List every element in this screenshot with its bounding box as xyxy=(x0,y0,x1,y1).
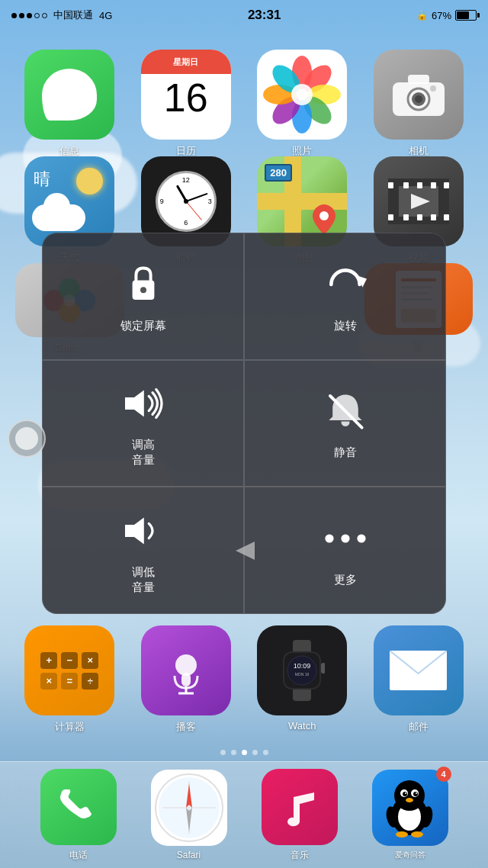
svg-rect-30 xyxy=(403,214,409,220)
app-label-watch: Watch xyxy=(288,720,316,731)
control-cell-lock[interactable]: 锁定屏幕 xyxy=(42,233,244,360)
app-icon-photos xyxy=(257,50,347,140)
clock-num-6: 6 xyxy=(184,219,188,227)
dock-phone[interactable]: 电话 xyxy=(40,769,117,862)
svg-point-84 xyxy=(413,792,418,796)
svg-rect-31 xyxy=(417,214,422,220)
control-cell-volume-down[interactable]: 调低音量 xyxy=(42,487,244,614)
signal-dot-2 xyxy=(19,13,24,18)
svg-point-80 xyxy=(394,780,425,811)
calendar-date: 16 xyxy=(164,78,208,117)
svg-text:10:09: 10:09 xyxy=(294,662,311,670)
app-watch[interactable]: 10:09 MON 16 Watch xyxy=(248,625,357,734)
svg-rect-33 xyxy=(444,214,449,220)
dock-label-safari: Safari xyxy=(177,850,201,860)
calc-btn-minus: − xyxy=(61,652,78,669)
dock-qq[interactable]: 4 爱奇问答 xyxy=(372,770,448,860)
dock-icon-safari xyxy=(151,770,227,846)
svg-point-0 xyxy=(53,79,86,108)
time-display: 23:31 xyxy=(248,8,281,23)
svg-marker-66 xyxy=(236,542,255,560)
control-label-lock: 锁定屏幕 xyxy=(120,318,166,333)
page-dot-4 xyxy=(252,750,258,755)
mail-inner xyxy=(374,625,464,715)
dock-safari[interactable]: Safari xyxy=(151,770,227,860)
svg-rect-28 xyxy=(444,182,449,188)
status-bar: 中国联通 4G 23:31 🔒 67% xyxy=(0,0,488,31)
svg-point-16 xyxy=(415,95,422,103)
svg-point-11 xyxy=(291,84,313,105)
calc-btn-mult: × xyxy=(82,652,98,669)
lock-icon: 🔒 xyxy=(416,10,428,21)
app-icon-watch: 10:09 MON 16 xyxy=(257,625,347,715)
lock-svg xyxy=(122,263,165,306)
dock-label-phone: 电话 xyxy=(69,849,88,862)
svg-point-69 xyxy=(341,534,349,542)
dock: 电话 Safari 音乐 xyxy=(0,761,488,868)
app-mail[interactable]: 邮件 xyxy=(364,625,474,734)
signal-dot-4 xyxy=(34,13,40,18)
app-camera[interactable]: 相机 xyxy=(364,50,474,158)
battery-percent: 67% xyxy=(432,10,451,21)
videos-svg xyxy=(388,178,449,224)
svg-rect-26 xyxy=(417,182,422,188)
carrier-label: 中国联通 xyxy=(53,8,93,22)
app-calendar[interactable]: 星期日 16 日历 xyxy=(132,50,241,158)
app-grid-row1: 信息 星期日 16 日历 xyxy=(0,42,488,166)
clock-center xyxy=(184,199,188,204)
calc-row-1: + − × xyxy=(40,652,98,669)
control-overlay: 锁定屏幕 旋转 调高音量 xyxy=(42,233,446,614)
assistive-touch-button[interactable] xyxy=(8,420,46,458)
app-icon-calc: + − × × = ÷ xyxy=(24,625,114,715)
mute-icon xyxy=(321,387,370,436)
svg-point-68 xyxy=(325,534,333,542)
svg-point-54 xyxy=(287,655,317,686)
app-messages[interactable]: 信息 xyxy=(15,50,124,158)
podcast-inner xyxy=(141,625,231,715)
signal-dots xyxy=(11,13,47,18)
page-dot-1 xyxy=(220,750,226,755)
control-cell-more[interactable]: 更多 xyxy=(244,487,446,614)
clock-num-12: 12 xyxy=(182,176,190,184)
mail-envelope xyxy=(390,651,447,690)
control-label-mute: 静音 xyxy=(334,445,357,460)
clock-num-9: 9 xyxy=(160,198,164,205)
clock-hand-second xyxy=(185,201,201,220)
svg-rect-58 xyxy=(321,663,325,674)
podcast-svg xyxy=(159,644,213,697)
control-cell-rotate[interactable]: 旋转 xyxy=(244,233,446,360)
camera-svg xyxy=(391,72,446,117)
app-label-podcast: 播客 xyxy=(176,720,196,734)
mute-svg xyxy=(324,390,367,432)
app-podcast[interactable]: 播客 xyxy=(132,625,241,734)
rotate-icon xyxy=(321,260,370,309)
svg-point-46 xyxy=(175,654,197,676)
back-arrow-svg xyxy=(228,535,258,566)
svg-rect-29 xyxy=(388,214,393,220)
control-cell-volume-up[interactable]: 调高音量 xyxy=(42,360,244,487)
app-grid-bottom: + − × × = ÷ 计算器 xyxy=(0,618,488,741)
safari-svg xyxy=(151,770,227,846)
app-calc[interactable]: + − × × = ÷ 计算器 xyxy=(15,625,124,734)
svg-marker-63 xyxy=(125,391,144,417)
dock-icon-music xyxy=(262,769,338,845)
calendar-inner: 星期日 16 xyxy=(141,50,231,140)
phone-svg xyxy=(57,786,99,828)
clock-num-3: 3 xyxy=(208,198,212,205)
volume-down-svg xyxy=(122,510,165,552)
svg-point-83 xyxy=(403,792,407,796)
status-left: 中国联通 4G xyxy=(11,8,112,22)
control-cell-mute[interactable]: 静音 xyxy=(244,360,446,487)
signal-dot-5 xyxy=(42,13,47,18)
calc-btn-plus: + xyxy=(40,652,57,669)
app-icon-podcast xyxy=(141,625,231,715)
app-label-mail: 邮件 xyxy=(409,720,429,734)
battery-icon xyxy=(455,10,477,21)
app-photos[interactable]: 照片 xyxy=(248,50,357,158)
dock-music[interactable]: 音乐 xyxy=(262,769,338,862)
rotate-svg xyxy=(324,263,367,306)
qq-svg xyxy=(381,777,438,838)
calendar-header: 星期日 xyxy=(141,50,231,74)
network-label: 4G xyxy=(99,10,112,21)
svg-rect-47 xyxy=(181,673,191,686)
